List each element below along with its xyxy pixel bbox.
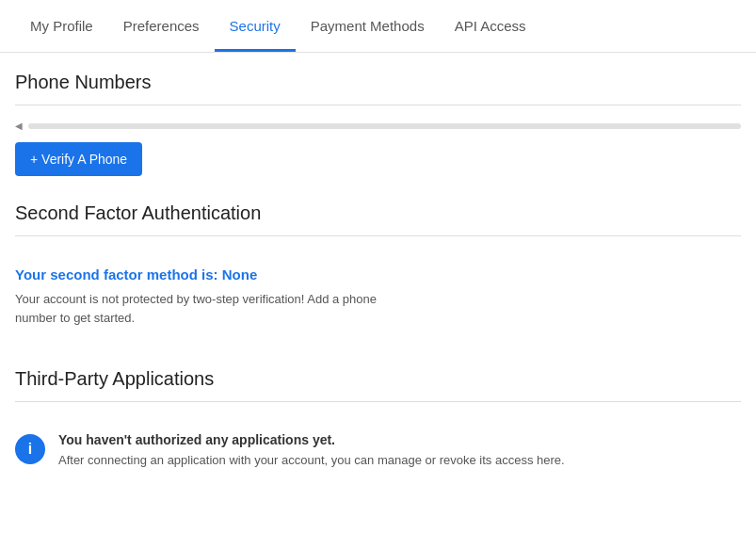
main-content: Phone Numbers ◀ + Verify A Phone Second … <box>0 53 756 530</box>
nav-payment-methods[interactable]: Payment Methods <box>296 1 440 51</box>
second-factor-title: Second Factor Authentication <box>15 202 741 224</box>
second-factor-section: Second Factor Authentication Your second… <box>15 202 741 342</box>
phone-numbers-section: Phone Numbers ◀ + Verify A Phone <box>15 72 741 176</box>
scroll-bar <box>28 123 741 129</box>
verify-phone-button[interactable]: + Verify A Phone <box>15 142 142 176</box>
nav-preferences[interactable]: Preferences <box>108 1 215 51</box>
second-factor-card-title: Your second factor method is: None <box>15 266 741 283</box>
phone-numbers-title: Phone Numbers <box>15 72 741 93</box>
third-party-section: Third-Party Applications i You haven't a… <box>15 368 741 485</box>
info-desc: After connecting an application with you… <box>58 451 565 470</box>
second-factor-card: Your second factor method is: None Your … <box>15 251 741 342</box>
nav-api-access[interactable]: API Access <box>440 1 541 51</box>
nav-my-profile[interactable]: My Profile <box>15 1 108 51</box>
second-factor-divider <box>15 235 741 236</box>
scroll-indicator: ◀ <box>15 121 741 131</box>
third-party-info-card: i You haven't authorized any application… <box>15 417 741 485</box>
third-party-title: Third-Party Applications <box>15 368 741 390</box>
info-icon: i <box>15 434 45 464</box>
phone-numbers-divider <box>15 105 741 105</box>
third-party-divider <box>15 401 741 402</box>
nav-security[interactable]: Security <box>215 1 296 51</box>
second-factor-card-desc: Your account is not protected by two-ste… <box>15 290 392 327</box>
info-text-block: You haven't authorized any applications … <box>58 432 565 470</box>
info-title: You haven't authorized any applications … <box>58 432 565 447</box>
top-navigation: My Profile Preferences Security Payment … <box>0 0 756 53</box>
scroll-arrow-icon: ◀ <box>15 121 23 131</box>
